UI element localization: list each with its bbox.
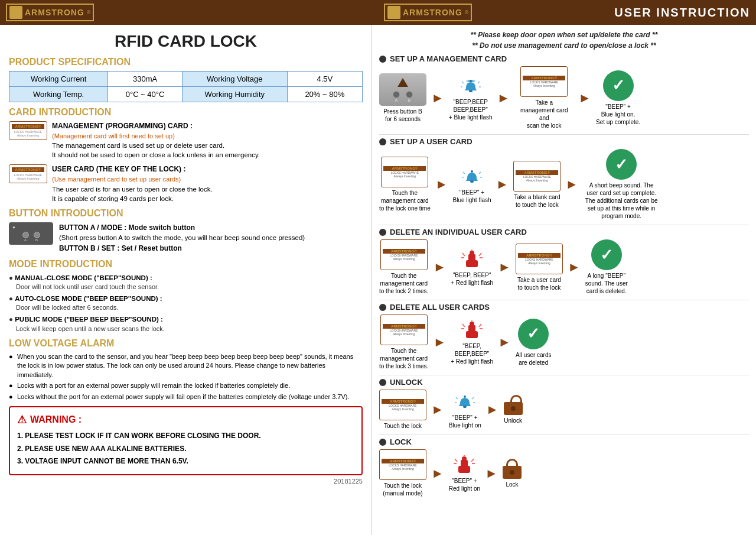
step-item: ARMSTRONG® LOCKS HARDWARE Always Inventi… <box>379 390 426 430</box>
svg-line-14 <box>463 172 465 174</box>
spec-working-voltage-value: 4.5V <box>287 72 362 87</box>
user-card-title: USER CARD (THE KEY OF THE LOCK) : <box>52 165 185 173</box>
step-label: Unlock <box>504 417 522 424</box>
step-label: "BEEP" +Blue light on <box>449 414 481 429</box>
svg-line-43 <box>455 459 457 462</box>
bullet-icon <box>379 379 386 386</box>
unlock-steps: ARMSTRONG® LOCKS HARDWARE Always Inventi… <box>379 390 749 430</box>
card-image: ARMSTRONG® LOCKS HARDWARE Always Inventi… <box>379 449 426 480</box>
svg-point-6 <box>469 90 472 92</box>
step-item: "BEEP, BEEP"+ Red light flash <box>451 248 493 287</box>
arrow-icon: ► <box>486 402 499 417</box>
user-card-desc: The user card is for an user to open or … <box>52 186 213 202</box>
card-image: ARMSTRONG® LOCKS HARDWARE Always Inventi… <box>520 66 568 97</box>
svg-point-35 <box>464 395 466 398</box>
arrow-icon: ► <box>431 402 444 417</box>
mode-manual-desc: Door will not lock until user card touch… <box>16 283 363 291</box>
spec-table: Working Current 330mA Working Voltage 4.… <box>9 71 363 102</box>
step-label: "BEEP" +Red light on <box>449 477 480 492</box>
warning-box: ⚠ WARNING : 1. PLEASE TEST LOCK IF IT CA… <box>9 406 363 475</box>
svg-point-20 <box>470 251 474 255</box>
notice-text: ** Please keep door open when set up/del… <box>379 30 749 51</box>
right-panel: ** Please keep door open when set up/del… <box>372 25 756 535</box>
unlock-title: UNLOCK <box>379 378 749 387</box>
notice-line2: ** Do not use management card to open/cl… <box>472 41 656 50</box>
card-intro-title: CARD INTRODUCTION <box>9 107 363 118</box>
setup-management-title: SET UP A MANAGEMENT CARD <box>379 54 749 63</box>
spec-working-voltage-label: Working Voltage <box>182 72 287 87</box>
logo-icon-right: A <box>387 6 400 19</box>
divider <box>379 225 749 225</box>
low-voltage-title: LOW VOLTAGE ALARM <box>9 338 363 349</box>
step-label: A long "BEEP"sound. The usercard is dele… <box>585 272 628 295</box>
blue-bell-icon <box>454 391 475 412</box>
arrow-icon: ► <box>433 260 446 275</box>
bullet-icon <box>379 304 386 311</box>
svg-line-10 <box>478 82 480 83</box>
lv-item-1: When you scan the card to the sensor, an… <box>9 352 363 380</box>
management-card-text: MANAGEMENT (PROGRAMMING) CARD : (Managem… <box>52 121 260 160</box>
step-label: All user cardsare deleted <box>516 351 552 367</box>
svg-line-45 <box>471 459 474 462</box>
setup-user-title: SET UP A USER CARD <box>379 137 749 146</box>
warning-items: 1. PLEASE TEST LOCK IF IT CAN WORK BEFOR… <box>17 430 354 468</box>
divider <box>379 435 749 435</box>
spec-working-humidity-value: 20% ~ 80% <box>287 87 362 102</box>
divider <box>379 134 749 135</box>
mode-item-manual: MANUAL-CLOSE MODE ("BEEP"SOUND) : Door w… <box>9 273 363 291</box>
step-item: ARMSTRONG® LOCKS HARDWARE Always Inventi… <box>379 449 426 497</box>
step-item: "BEEP" +Red light on <box>449 454 480 492</box>
arrow-icon: ► <box>498 260 511 275</box>
section-setup-management: SET UP A MANAGEMENT CARD A B Press butto… <box>379 54 749 129</box>
warning-item-3: 3. VOLTAGE INPUT CANNOT BE MORE THAN 6.5… <box>17 455 354 468</box>
step-label: Touch themanagement cardto the lock 2 ti… <box>379 272 428 295</box>
step-item: ✓ A short beep sound. The user card set … <box>583 149 660 220</box>
low-voltage-list: When you scan the card to the sensor, an… <box>9 352 363 401</box>
bullet-icon <box>379 229 386 236</box>
svg-point-34 <box>463 406 467 408</box>
date-stamp: 20181225 <box>9 478 363 485</box>
management-card-note: (Management card will first need to set … <box>52 132 175 140</box>
warning-item-2: 2. PLEASE USE NEW AAA ALKALINE BATTERIES… <box>17 443 354 456</box>
lv-item-2: Locks with a port for an external power … <box>9 381 363 390</box>
section-setup-user: SET UP A USER CARD ARMSTRONG® LOCKS HARD… <box>379 137 749 220</box>
spec-working-temp-label: Working Temp. <box>9 87 108 102</box>
arrow-icon: ► <box>497 90 510 106</box>
arrow-icon: ► <box>431 90 444 106</box>
check-icon: ✓ <box>603 70 634 101</box>
warning-label: WARNING : <box>30 414 82 425</box>
button-intro-box: ● A B BUTTON A / MODE : Mode switch butt… <box>9 222 363 254</box>
svg-point-12 <box>470 180 474 183</box>
step-label: Touch the lock(manual mode) <box>383 482 422 497</box>
lock-icon <box>503 459 522 479</box>
card-image: ARMSTRONG® LOCKS HARDWARE Always Inventi… <box>380 239 428 270</box>
user-card-box: ARMSTRONG® LOCKS HARDWARE Always Inventi… <box>9 164 363 203</box>
check-icon: ✓ <box>591 239 622 270</box>
left-panel: RFID CARD LOCK PRODUCT SPECIFICATION Wor… <box>0 25 372 535</box>
right-logo-text: ARMSTRONG <box>403 8 462 17</box>
svg-line-36 <box>456 397 458 399</box>
device-image: A B <box>379 73 426 106</box>
mode-list: MANUAL-CLOSE MODE ("BEEP"SOUND) : Door w… <box>9 273 363 333</box>
section-delete-individual: DELETE AN INDIVIDUAL USER CARD ARMSTRONG… <box>379 228 749 295</box>
top-header: A ARMSTRONG® A ARMSTRONG® USER INSTRUCTI… <box>0 0 756 25</box>
section-unlock: UNLOCK ARMSTRONG® LOCKS HARDWARE Always … <box>379 378 749 430</box>
svg-line-8 <box>462 82 464 83</box>
step-label: Press button Bfor 6 seconds <box>383 108 422 123</box>
section-delete-all: DELETE ALL USER CARDS ARMSTRONG® LOCKS H… <box>379 303 749 370</box>
lock-title: LOCK <box>379 437 749 446</box>
step-item: A B Press button Bfor 6 seconds <box>379 73 426 123</box>
arrow-icon: ► <box>435 177 448 192</box>
left-armstrong-logo: A ARMSTRONG® <box>6 4 94 21</box>
user-instruction-title: USER INSTRUCTION <box>614 6 750 20</box>
lock-steps: ARMSTRONG® LOCKS HARDWARE Always Inventi… <box>379 449 749 497</box>
red-siren-icon <box>460 248 484 270</box>
mode-intro-title: MODE INTRODUCTION <box>9 259 363 270</box>
mode-public-desc: Lock will keep open until a new user sca… <box>16 325 363 333</box>
bullet-icon <box>379 439 386 446</box>
arrow-icon: ► <box>568 260 581 275</box>
lv-item-3: Locks without the port for an external p… <box>9 393 363 401</box>
left-logo-text: ARMSTRONG <box>25 8 84 17</box>
step-label: Touch themanagement cardto the lock 3 ti… <box>379 347 428 370</box>
svg-text:A: A <box>14 10 18 16</box>
